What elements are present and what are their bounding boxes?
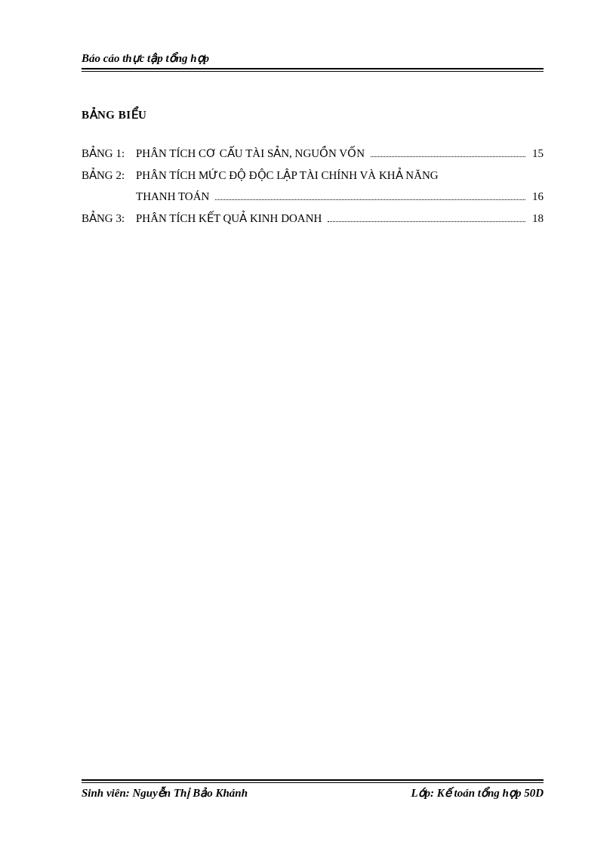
content-area: BẢNG BIỂU BẢNG 1: PHÂN TÍCH CƠ CẤU TÀI S… bbox=[82, 73, 544, 779]
toc-label: BẢNG 1: bbox=[82, 143, 136, 165]
toc-item: BẢNG 1: PHÂN TÍCH CƠ CẤU TÀI SẢN, NGUỒN … bbox=[82, 143, 544, 165]
toc-item: BẢNG 3: PHÂN TÍCH KẾT QUẢ KINH DOANH 18 bbox=[82, 208, 544, 230]
toc-dots bbox=[215, 199, 525, 200]
header-title: Báo cáo thực tập tổng hợp bbox=[82, 51, 544, 69]
toc-label: BẢNG 3: bbox=[82, 208, 136, 230]
toc-page: 16 bbox=[528, 186, 544, 208]
footer-student: Sinh viên: Nguyễn Thị Bảo Khánh bbox=[82, 786, 248, 800]
toc-dots bbox=[371, 156, 525, 157]
toc-page: 18 bbox=[528, 208, 544, 230]
toc-item: BẢNG 2: PHÂN TÍCH MỨC ĐỘ ĐỘC LẬP TÀI CHÍ… bbox=[82, 165, 544, 208]
toc-title: PHÂN TÍCH CƠ CẤU TÀI SẢN, NGUỒN VỐN bbox=[136, 143, 368, 165]
toc-title-cont: THANH TOÁN bbox=[136, 186, 212, 208]
page-header: Báo cáo thực tập tổng hợp bbox=[82, 51, 544, 72]
page-footer: Sinh viên: Nguyễn Thị Bảo Khánh Lớp: Kế … bbox=[82, 779, 544, 800]
footer-class: Lớp: Kế toán tổng hợp 50D bbox=[411, 786, 544, 800]
toc-title: PHÂN TÍCH MỨC ĐỘ ĐỘC LẬP TÀI CHÍNH VÀ KH… bbox=[136, 165, 442, 187]
toc-list: BẢNG 1: PHÂN TÍCH CƠ CẤU TÀI SẢN, NGUỒN … bbox=[82, 143, 544, 229]
toc-label: BẢNG 2: bbox=[82, 165, 136, 187]
page: Báo cáo thực tập tổng hợp BẢNG BIỂU BẢNG… bbox=[0, 0, 616, 848]
toc-title: PHÂN TÍCH KẾT QUẢ KINH DOANH bbox=[136, 208, 325, 230]
section-title: BẢNG BIỂU bbox=[82, 108, 544, 122]
toc-page: 15 bbox=[528, 143, 544, 165]
toc-dots bbox=[328, 221, 525, 222]
